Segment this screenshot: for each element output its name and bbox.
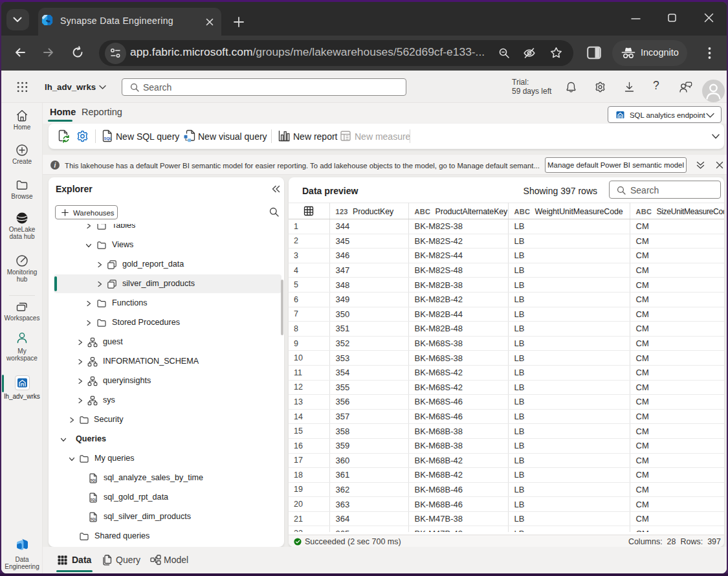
svg-text:SQL: SQL xyxy=(91,479,97,482)
svg-text:SQL: SQL xyxy=(104,137,112,140)
svg-text:SQL: SQL xyxy=(91,498,97,502)
svg-text:SQL: SQL xyxy=(91,518,97,521)
